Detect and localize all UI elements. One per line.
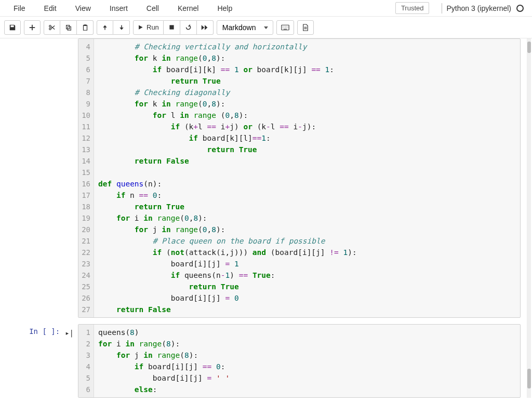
copy-button[interactable] bbox=[60, 20, 77, 35]
cell-input-area[interactable]: 4567891011121314151617181920212223242526… bbox=[78, 38, 521, 318]
code-cell[interactable]: In [ ]:▸|123456queens(8)for i in range(8… bbox=[0, 324, 526, 398]
command-palette-button[interactable] bbox=[276, 20, 294, 35]
toolbar: Run Markdown bbox=[0, 17, 532, 38]
cut-button[interactable] bbox=[44, 20, 60, 35]
move-up-button[interactable] bbox=[97, 20, 113, 35]
menu-kernel[interactable]: Kernel bbox=[168, 1, 208, 16]
menu-insert[interactable]: Insert bbox=[100, 1, 137, 16]
kernel-indicator[interactable]: Python 3 (ipykernel) bbox=[442, 3, 528, 14]
menu-file[interactable]: File bbox=[4, 1, 35, 16]
line-number-gutter: 4567891011121314151617181920212223242526… bbox=[78, 39, 94, 317]
save-button[interactable] bbox=[4, 20, 21, 35]
save-icon bbox=[9, 24, 16, 31]
scissors-icon bbox=[48, 24, 56, 31]
trusted-indicator[interactable]: Trusted bbox=[395, 2, 430, 14]
clipboard-icon bbox=[82, 24, 89, 31]
cell-prompt: In [ ]:▸| bbox=[0, 324, 78, 398]
open-file-button[interactable] bbox=[297, 20, 314, 35]
insert-cell-button[interactable] bbox=[24, 20, 41, 35]
play-icon bbox=[138, 24, 143, 30]
paste-button[interactable] bbox=[77, 20, 94, 35]
menubar: File Edit View Insert Cell Kernel Help T… bbox=[0, 0, 532, 17]
arrow-down-icon bbox=[118, 24, 125, 31]
plus-icon bbox=[29, 24, 36, 31]
scrollbar-thumb[interactable] bbox=[527, 42, 531, 53]
copy-icon bbox=[65, 24, 72, 31]
fast-forward-icon bbox=[201, 24, 208, 31]
stop-icon bbox=[169, 24, 175, 30]
restart-run-all-button[interactable] bbox=[197, 20, 214, 35]
run-cell-icon[interactable]: ▸| bbox=[65, 327, 74, 339]
svg-rect-0 bbox=[169, 25, 174, 29]
run-label: Run bbox=[147, 23, 159, 31]
cell-input-area[interactable]: 123456queens(8)for i in range(8): for j … bbox=[78, 324, 521, 398]
cell-type-select[interactable]: Markdown bbox=[217, 20, 273, 35]
move-down-button[interactable] bbox=[113, 20, 130, 35]
arrow-up-icon bbox=[102, 24, 108, 31]
code-cell[interactable]: 4567891011121314151617181920212223242526… bbox=[0, 38, 526, 318]
cell-prompt bbox=[0, 38, 78, 318]
kernel-name: Python 3 (ipykernel) bbox=[446, 3, 511, 14]
scrollbar-vertical[interactable] bbox=[527, 38, 531, 398]
menu-edit[interactable]: Edit bbox=[35, 1, 66, 16]
keyboard-icon bbox=[281, 24, 289, 31]
menu-cell[interactable]: Cell bbox=[137, 1, 168, 16]
document-icon bbox=[302, 24, 309, 31]
line-number-gutter: 123456 bbox=[78, 325, 94, 397]
refresh-icon bbox=[185, 24, 192, 31]
restart-button[interactable] bbox=[180, 20, 197, 35]
kernel-status-icon bbox=[516, 5, 524, 12]
run-button[interactable]: Run bbox=[133, 20, 164, 35]
menu-help[interactable]: Help bbox=[208, 1, 242, 16]
notebook-area[interactable]: 4567891011121314151617181920212223242526… bbox=[0, 38, 526, 403]
menu-view[interactable]: View bbox=[66, 1, 100, 16]
interrupt-button[interactable] bbox=[164, 20, 180, 35]
scrollbar-thumb[interactable] bbox=[527, 369, 531, 388]
code-editor[interactable]: # Checking vertically and horizontally f… bbox=[94, 39, 520, 317]
code-editor[interactable]: queens(8)for i in range(8): for j in ran… bbox=[94, 325, 520, 397]
